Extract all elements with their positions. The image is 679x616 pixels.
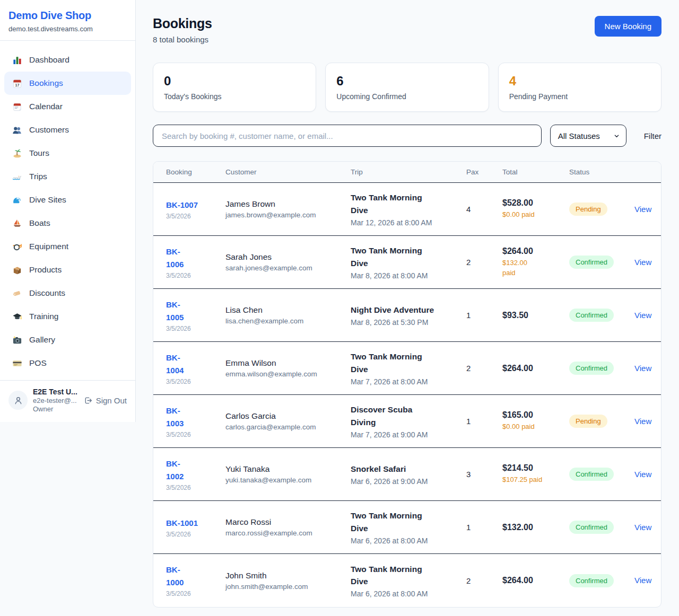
trip-name: Two Tank Morning Dive: [351, 244, 466, 269]
sidebar-item-label: Equipment: [29, 242, 68, 251]
total-amount: $214.50: [502, 463, 569, 473]
chevron-down-icon: [614, 133, 620, 139]
sidebar-item-gallery[interactable]: Gallery: [4, 328, 131, 351]
sidebar-item-tours[interactable]: Tours: [4, 142, 131, 165]
customer-email: yuki.tanaka@example.com: [225, 476, 351, 484]
paid-amount: $132.00 paid: [502, 258, 569, 278]
stat-value: 4: [509, 74, 650, 89]
sidebar-item-dive-sites[interactable]: Dive Sites: [4, 188, 131, 212]
total-cell: $165.00 $0.00 paid: [502, 410, 569, 432]
main-content: Bookings 8 total bookings New Booking 0 …: [136, 0, 679, 616]
total-amount: $528.00: [502, 198, 569, 208]
sidebar-item-discounts[interactable]: Discounts: [4, 281, 131, 305]
pax-value: 1: [466, 311, 502, 320]
sidebar-item-calendar[interactable]: Calendar: [4, 95, 131, 118]
status-badge: Pending: [569, 203, 607, 216]
pax-value: 2: [466, 258, 502, 267]
table-row: BK- 1004 3/5/2026 Emma Wilson emma.wilso…: [153, 342, 661, 395]
trip-datetime: Mar 7, 2026 at 8:00 AM: [351, 377, 466, 386]
sidebar-item-products[interactable]: Products: [4, 258, 131, 281]
booking-date: 3/5/2026: [166, 590, 225, 597]
booking-date: 3/5/2026: [166, 272, 225, 279]
stat-value: 6: [336, 74, 477, 89]
view-link[interactable]: View: [634, 258, 651, 267]
actions-cell: View: [634, 417, 654, 426]
sidebar-item-bookings[interactable]: 17 Bookings: [4, 72, 131, 95]
customer-name: Carlos Garcia: [225, 411, 351, 421]
booking-id-link[interactable]: BK-1007: [166, 199, 225, 212]
sidebar-item-label: Customers: [29, 125, 69, 135]
booking-cell: BK- 1004 3/5/2026: [166, 351, 225, 385]
booking-id-link[interactable]: BK-1001: [166, 517, 225, 530]
speedboat-icon: [12, 172, 22, 182]
pax-value: 4: [466, 205, 502, 214]
sidebar-item-pos[interactable]: POS: [4, 351, 131, 375]
customer-cell: Marco Rossi marco.rossi@example.com: [225, 517, 351, 537]
booking-id-link[interactable]: BK- 1006: [166, 245, 225, 271]
sidebar-item-dashboard[interactable]: Dashboard: [4, 48, 131, 72]
view-link[interactable]: View: [634, 576, 651, 585]
total-amount: $165.00: [502, 410, 569, 420]
trip-datetime: Mar 6, 2026 at 9:00 AM: [351, 477, 466, 486]
sidebar-item-label: Discounts: [29, 288, 65, 298]
column-header-total: Total: [502, 168, 569, 176]
status-badge: Confirmed: [569, 468, 614, 481]
diving-mask-icon: [12, 242, 22, 252]
package-icon: [12, 265, 22, 275]
view-link[interactable]: View: [634, 470, 651, 479]
column-header-booking: Booking: [166, 168, 225, 176]
sign-out-button[interactable]: Sign Out: [83, 396, 127, 405]
customer-email: sarah.jones@example.com: [225, 264, 351, 272]
total-cell: $528.00 $0.00 paid: [502, 198, 569, 220]
search-input[interactable]: [153, 125, 542, 147]
sidebar-item-label: Products: [29, 265, 62, 275]
sidebar-item-boats[interactable]: Boats: [4, 212, 131, 235]
booking-date: 3/5/2026: [166, 484, 225, 491]
customer-cell: John Smith john.smith@example.com: [225, 571, 351, 591]
sidebar-item-equipment[interactable]: Equipment: [4, 235, 131, 258]
total-amount: $132.00: [502, 523, 569, 532]
view-link[interactable]: View: [634, 417, 651, 426]
booking-cell: BK- 1002 3/5/2026: [166, 457, 225, 491]
trip-cell: Two Tank Morning Dive Mar 6, 2026 at 8:0…: [351, 563, 466, 599]
column-header-pax: Pax: [466, 168, 502, 176]
view-link[interactable]: View: [634, 311, 651, 320]
new-booking-button[interactable]: New Booking: [595, 16, 661, 37]
sidebar-item-label: Boats: [29, 218, 50, 228]
customer-email: marco.rossi@example.com: [225, 529, 351, 537]
booking-id-link[interactable]: BK- 1000: [166, 564, 225, 589]
logout-icon: [83, 396, 92, 405]
customer-name: James Brown: [225, 199, 351, 209]
booking-date: 3/5/2026: [166, 378, 225, 385]
customer-cell: Carlos Garcia carlos.garcia@example.com: [225, 411, 351, 431]
bookings-table: Booking Customer Trip Pax Total Status B…: [153, 161, 661, 608]
view-link[interactable]: View: [634, 205, 651, 214]
status-select[interactable]: All Statuses: [550, 125, 626, 147]
booking-date: 3/5/2026: [166, 213, 225, 220]
view-link[interactable]: View: [634, 523, 651, 532]
graduation-cap-icon: [12, 312, 22, 322]
booking-id-link[interactable]: BK- 1002: [166, 457, 225, 483]
actions-cell: View: [634, 205, 654, 214]
user-block: E2E Test U... e2e-tester@... Owner Sign …: [0, 380, 135, 420]
trip-cell: Two Tank Morning Dive Mar 8, 2026 at 8:0…: [351, 244, 466, 280]
sidebar-item-customers[interactable]: Customers: [4, 118, 131, 142]
customer-email: emma.wilson@example.com: [225, 370, 351, 378]
booking-cell: BK-1001 3/5/2026: [166, 517, 225, 538]
filter-button[interactable]: Filter: [644, 131, 661, 140]
brand-name[interactable]: Demo Dive Shop: [8, 10, 127, 22]
sidebar-item-trips[interactable]: Trips: [4, 165, 131, 188]
view-link[interactable]: View: [634, 364, 651, 373]
customer-email: james.brown@example.com: [225, 211, 351, 219]
sidebar-item-training[interactable]: Training: [4, 305, 131, 328]
booking-id-link[interactable]: BK- 1003: [166, 404, 225, 430]
booking-id-link[interactable]: BK- 1004: [166, 351, 225, 377]
status-cell: Confirmed: [569, 468, 634, 481]
booking-id-link[interactable]: BK- 1005: [166, 298, 225, 324]
trip-cell: Two Tank Morning Dive Mar 6, 2026 at 8:0…: [351, 509, 466, 545]
actions-cell: View: [634, 364, 654, 373]
stat-label: Today's Bookings: [164, 92, 305, 101]
total-amount: $93.50: [502, 311, 569, 320]
pax-value: 1: [466, 417, 502, 426]
trip-name: Two Tank Morning Dive: [351, 509, 466, 534]
